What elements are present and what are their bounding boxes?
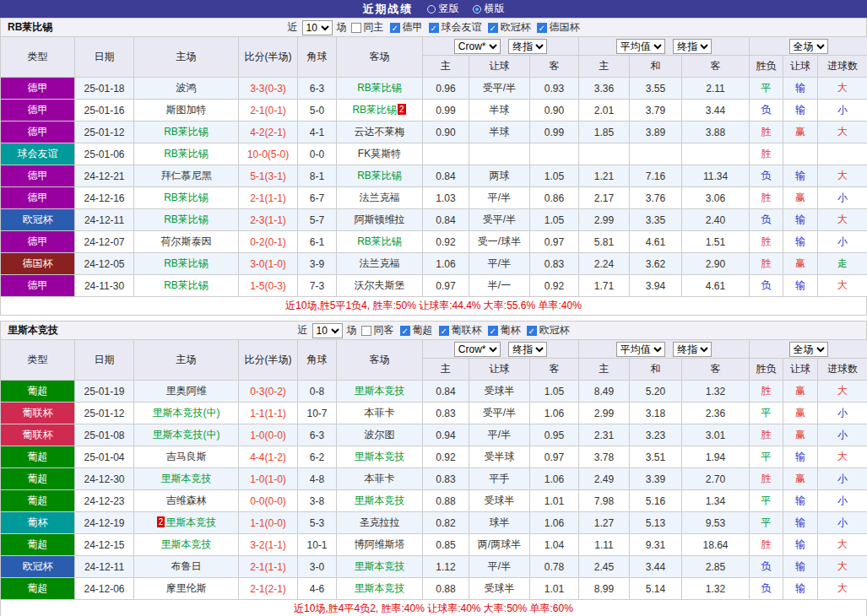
away-team[interactable]: 里斯本竞技 xyxy=(355,385,405,397)
league-checkbox[interactable]: 欧冠杯 xyxy=(488,20,531,35)
home-team[interactable]: 斯图加特 xyxy=(166,104,207,116)
match-score[interactable]: 2-1(0-1) xyxy=(250,105,286,116)
same-venue-checkbox[interactable]: 同客 xyxy=(361,323,394,338)
scope-select[interactable]: 全场 xyxy=(789,342,828,357)
home-team[interactable]: 波鸿 xyxy=(176,82,197,94)
match-score[interactable]: 3-2(1-1) xyxy=(250,539,286,551)
away-team[interactable]: 圣克拉拉 xyxy=(360,516,400,528)
home-team[interactable]: 里斯本竞技(中) xyxy=(153,429,220,440)
away-team[interactable]: 沃尔夫斯堡 xyxy=(355,279,405,291)
home-team[interactable]: 摩里伦斯 xyxy=(166,582,207,594)
same-venue-checkbox[interactable]: 同主 xyxy=(351,20,384,35)
home-team[interactable]: 吉马良斯 xyxy=(166,451,207,462)
away-team[interactable]: RB莱比锡 xyxy=(357,170,402,181)
league-checkbox[interactable]: 德甲 xyxy=(390,20,423,35)
home-team[interactable]: RB莱比锡 xyxy=(164,279,209,291)
match-score[interactable]: 1-1(1-1) xyxy=(250,408,286,419)
radio-icon xyxy=(473,5,481,14)
score-cell: 0-3(0-2) xyxy=(239,381,298,403)
away-team[interactable]: 里斯本竞技 xyxy=(355,494,405,506)
away-team[interactable]: RB莱比锡 xyxy=(357,235,402,247)
odds-time-select[interactable]: 终指 xyxy=(508,342,547,357)
avg-away: 11.34 xyxy=(682,165,750,187)
home-team[interactable]: RB莱比锡 xyxy=(164,192,209,203)
home-team[interactable]: 里斯本竞技 xyxy=(165,516,216,528)
league-checkbox[interactable]: 葡联杯 xyxy=(439,323,482,338)
average-time-select[interactable]: 终指 xyxy=(673,39,712,54)
home-team[interactable]: 里奥阿维 xyxy=(166,385,207,397)
layout-radio-horizontal[interactable]: 横版 xyxy=(473,2,505,16)
home-team[interactable]: 里斯本竞技 xyxy=(161,538,212,550)
league-badge: 德甲 xyxy=(1,231,75,253)
checkbox-label: 德国杯 xyxy=(550,20,580,35)
home-team[interactable]: 吉维森林 xyxy=(166,494,207,506)
home-team[interactable]: 荷尔斯泰因 xyxy=(161,235,212,247)
corner-score: 6-2 xyxy=(298,446,337,468)
league-checkbox[interactable]: 球会友谊 xyxy=(429,20,482,35)
match-score[interactable]: 3-3(0-3) xyxy=(250,83,286,95)
recent-count-select[interactable]: 10 xyxy=(302,20,333,35)
away-team[interactable]: 博阿维斯塔 xyxy=(355,538,405,550)
average-select[interactable]: 平均值 xyxy=(616,342,665,357)
away-team[interactable]: RB莱比锡 xyxy=(357,82,402,94)
away-team[interactable]: 里斯本竞技 xyxy=(355,582,405,594)
home-team[interactable]: 布鲁日 xyxy=(171,560,202,572)
match-score[interactable]: 1-1(0-0) xyxy=(250,517,286,529)
away-team[interactable]: 里斯本竞技 xyxy=(355,560,405,572)
scope-select[interactable]: 全场 xyxy=(789,39,828,54)
match-score[interactable]: 0-3(0-2) xyxy=(250,386,286,397)
layout-radio-vertical[interactable]: 竖版 xyxy=(427,2,459,16)
home-team[interactable]: RB莱比锡 xyxy=(164,213,209,225)
average-time-select[interactable]: 终指 xyxy=(673,342,712,357)
score-cell: 2-1(0-1) xyxy=(239,100,298,122)
away-team[interactable]: 里斯本竞技 xyxy=(355,451,405,462)
home-team[interactable]: 里斯本竞技 xyxy=(161,473,212,484)
league-checkbox[interactable]: 德国杯 xyxy=(537,20,580,35)
match-score[interactable]: 4-2(2-1) xyxy=(250,127,286,138)
league-checkbox[interactable]: 葡超 xyxy=(400,323,433,338)
away-team[interactable]: 法兰克福 xyxy=(360,257,400,269)
away-team[interactable]: 波尔图 xyxy=(365,429,395,440)
odds-time-select[interactable]: 终指 xyxy=(508,39,547,54)
away-team[interactable]: FK莫斯特 xyxy=(358,148,401,159)
match-score[interactable]: 2-1(1-1) xyxy=(250,192,286,204)
match-date: 24-12-06 xyxy=(75,578,134,600)
league-checkbox[interactable]: 葡杯 xyxy=(488,323,521,338)
odds-source-select[interactable]: Crow* xyxy=(454,39,501,54)
home-team[interactable]: 里斯本竞技(中) xyxy=(153,407,220,419)
match-score[interactable]: 2-3(1-1) xyxy=(250,214,286,226)
recent-count-select[interactable]: 10 xyxy=(312,323,343,338)
match-score[interactable]: 2-1(1-1) xyxy=(250,561,286,573)
match-score[interactable]: 4-4(1-2) xyxy=(250,451,286,463)
match-score[interactable]: 1-0(0-0) xyxy=(250,430,286,441)
away-team[interactable]: 云达不莱梅 xyxy=(355,126,405,138)
match-score[interactable]: 5-1(3-1) xyxy=(250,170,286,182)
match-score[interactable]: 10-0(5-0) xyxy=(247,149,289,160)
match-score[interactable]: 1-0(1-0) xyxy=(250,473,286,485)
match-score[interactable]: 0-0(0-0) xyxy=(250,495,286,507)
odds-handicap: 平/半 xyxy=(469,253,530,275)
col-header-type: 类型 xyxy=(1,340,75,381)
odds-source-select[interactable]: Crow* xyxy=(454,342,501,357)
odds-home: 0.88 xyxy=(423,578,469,600)
away-team[interactable]: RB莱比锡 xyxy=(352,104,397,116)
league-checkbox[interactable]: 欧冠杯 xyxy=(527,323,570,338)
home-team[interactable]: 拜仁慕尼黑 xyxy=(161,170,212,181)
col-header-avg-draw: 和 xyxy=(630,56,682,78)
match-score[interactable]: 2-1(2-1) xyxy=(250,583,286,595)
score-cell: 2-1(1-1) xyxy=(239,187,298,209)
away-team[interactable]: 本菲卡 xyxy=(365,473,395,484)
match-score[interactable]: 0-2(0-1) xyxy=(250,236,286,248)
home-team[interactable]: RB莱比锡 xyxy=(164,257,209,269)
home-team[interactable]: RB莱比锡 xyxy=(164,148,209,159)
match-score[interactable]: 3-0(1-0) xyxy=(250,258,286,270)
average-select[interactable]: 平均值 xyxy=(616,39,665,54)
recent-label-suffix: 场 xyxy=(347,323,357,338)
home-team[interactable]: RB莱比锡 xyxy=(164,126,209,138)
match-score[interactable]: 1-5(0-3) xyxy=(250,280,286,292)
away-team[interactable]: 阿斯顿维拉 xyxy=(355,213,405,225)
result-goals: 大 xyxy=(818,578,867,600)
away-team[interactable]: 本菲卡 xyxy=(365,407,395,419)
away-team[interactable]: 法兰克福 xyxy=(360,192,400,203)
avg-draw: 4.61 xyxy=(630,231,682,253)
